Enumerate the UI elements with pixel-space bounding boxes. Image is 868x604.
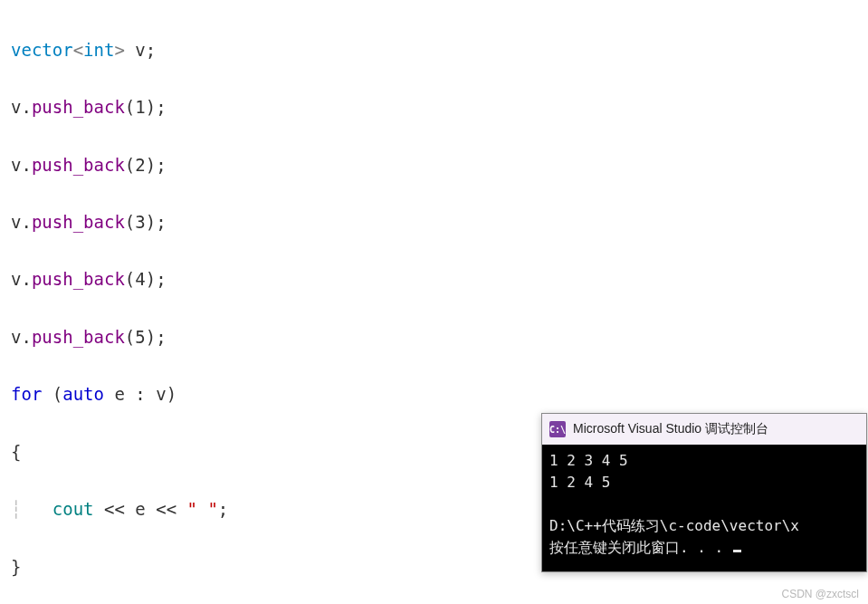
type-vector: vector [11,40,73,60]
code-line: v.push_back(1); [11,93,857,122]
watermark: CSDN @zxctscl [781,588,859,600]
console-output[interactable]: 1 2 3 4 5 1 2 4 5 D:\C++代码练习\c-code\vect… [542,445,866,571]
output-line: 1 2 4 5 [549,474,610,491]
code-line: vector<int> v; [11,36,857,65]
code-line: v.push_back(3); [11,208,857,237]
debug-console-window[interactable]: C:\ Microsoft Visual Studio 调试控制台 1 2 3 … [541,413,867,572]
console-title-bar[interactable]: C:\ Microsoft Visual Studio 调试控制台 [542,414,866,445]
output-path: D:\C++代码练习\c-code\vector\x [549,517,799,534]
code-line: v.push_back(5); [11,323,857,352]
cursor-icon [733,550,741,552]
code-line: for (auto e : v) [11,380,857,409]
type-int: int [83,40,114,60]
output-line: 1 2 3 4 5 [549,452,628,469]
code-line: v.push_back(4); [11,265,857,294]
output-close-msg: 按任意键关闭此窗口. . . [549,539,732,556]
console-title: Microsoft Visual Studio 调试控制台 [573,421,768,437]
code-line: v.push_back(2); [11,151,857,180]
vs-icon: C:\ [549,421,566,437]
